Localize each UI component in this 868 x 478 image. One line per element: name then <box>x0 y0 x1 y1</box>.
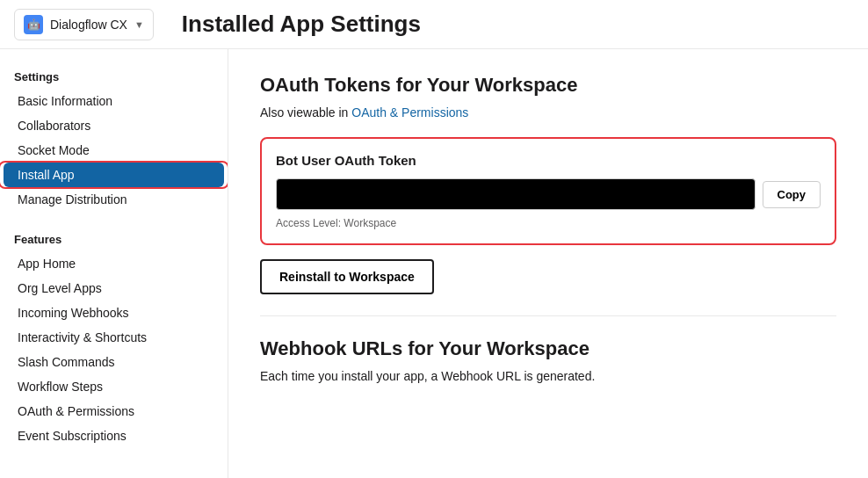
copy-button[interactable]: Copy <box>763 181 821 208</box>
page-title: Installed App Settings <box>182 11 421 38</box>
sidebar-item-org-level-apps[interactable]: Org Level Apps <box>4 276 224 301</box>
sidebar-item-incoming-webhooks[interactable]: Incoming Webhooks <box>4 301 224 325</box>
token-box: Bot User OAuth Token Copy Access Level: … <box>260 137 836 245</box>
sidebar-item-label: Org Level Apps <box>18 281 102 295</box>
sidebar: Settings Basic Information Collaborators… <box>0 49 228 478</box>
access-level-text: Access Level: Workspace <box>276 217 821 229</box>
sidebar-item-slash-commands[interactable]: Slash Commands <box>4 350 224 374</box>
section-divider <box>260 315 836 316</box>
sidebar-item-label: App Home <box>18 257 76 271</box>
main-content: OAuth Tokens for Your Workspace Also vie… <box>228 49 868 478</box>
sidebar-item-label: Incoming Webhooks <box>18 306 129 320</box>
sidebar-item-label: Event Subscriptions <box>18 429 127 443</box>
sidebar-item-workflow-steps[interactable]: Workflow Steps <box>4 374 224 399</box>
sidebar-item-label: Manage Distribution <box>18 192 127 206</box>
sidebar-item-socket-mode[interactable]: Socket Mode <box>4 138 224 163</box>
app-name: Dialogflow CX <box>50 18 127 32</box>
token-input-row: Copy <box>276 178 821 210</box>
sidebar-item-label: Install App <box>18 168 75 182</box>
sidebar-item-label: Workflow Steps <box>18 380 103 394</box>
webhook-title: Webhook URLs for Your Workspace <box>260 337 836 360</box>
sidebar-item-label: Interactivity & Shortcuts <box>18 330 147 344</box>
oauth-subtitle-pre: Also viewable in <box>260 105 351 120</box>
top-bar: 🤖 Dialogflow CX ▼ Installed App Settings <box>0 0 868 49</box>
main-layout: Settings Basic Information Collaborators… <box>0 49 868 478</box>
app-icon: 🤖 <box>24 15 43 34</box>
sidebar-item-manage-distribution[interactable]: Manage Distribution <box>4 187 224 212</box>
features-section-title: Features <box>0 226 228 251</box>
chevron-down-icon: ▼ <box>134 19 144 30</box>
settings-section-title: Settings <box>0 63 228 89</box>
sidebar-item-install-app[interactable]: Install App <box>4 163 224 187</box>
bot-token-input[interactable] <box>276 178 756 210</box>
sidebar-item-label: Collaborators <box>18 119 90 133</box>
oauth-permissions-link[interactable]: OAuth & Permissions <box>351 105 468 120</box>
app-selector[interactable]: 🤖 Dialogflow CX ▼ <box>14 9 154 40</box>
webhook-subtitle: Each time you install your app, a Webhoo… <box>260 369 836 383</box>
reinstall-button[interactable]: Reinstall to Workspace <box>260 259 434 294</box>
token-label: Bot User OAuth Token <box>276 153 821 168</box>
oauth-subtitle: Also viewable in OAuth & Permissions <box>260 105 836 120</box>
sidebar-item-basic-information[interactable]: Basic Information <box>4 89 224 113</box>
sidebar-item-event-subscriptions[interactable]: Event Subscriptions <box>4 424 224 448</box>
sidebar-item-label: OAuth & Permissions <box>18 404 134 418</box>
sidebar-item-label: Basic Information <box>18 94 112 108</box>
sidebar-item-label: Slash Commands <box>18 355 115 369</box>
oauth-section-title: OAuth Tokens for Your Workspace <box>260 74 836 97</box>
sidebar-item-collaborators[interactable]: Collaborators <box>4 113 224 138</box>
sidebar-item-app-home[interactable]: App Home <box>4 251 224 276</box>
webhook-section: Webhook URLs for Your Workspace Each tim… <box>260 337 836 383</box>
sidebar-item-oauth-permissions[interactable]: OAuth & Permissions <box>4 399 224 424</box>
sidebar-item-label: Socket Mode <box>18 143 90 157</box>
sidebar-item-interactivity-shortcuts[interactable]: Interactivity & Shortcuts <box>4 325 224 350</box>
